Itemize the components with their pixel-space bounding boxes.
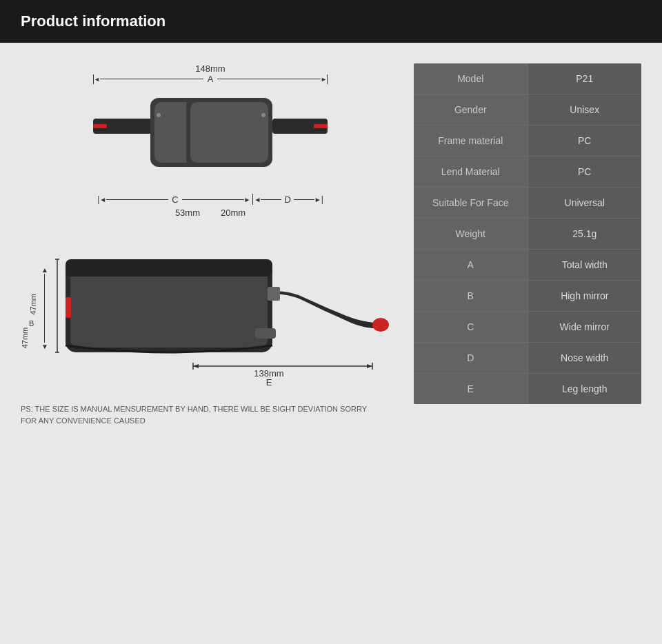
d-line: [261, 199, 281, 200]
d-line2: [294, 199, 314, 200]
glasses-side-view: 138mm E: [55, 239, 400, 390]
glasses-side-svg: 138mm E: [55, 239, 393, 387]
left-panel: 148mm ◄ A ►: [21, 57, 400, 628]
spec-value-3: PC: [528, 157, 642, 187]
spec-row-10: E Leg length: [414, 374, 641, 404]
svg-marker-28: [367, 364, 372, 368]
spec-label-8: C: [414, 312, 528, 342]
svg-text:E: E: [266, 377, 272, 387]
page-title: Product information: [21, 12, 166, 30]
svg-rect-8: [314, 124, 328, 128]
spec-value-9: Nose width: [528, 343, 642, 373]
arrow-line: [100, 79, 203, 79]
spec-value-6: Total width: [528, 250, 642, 280]
c-line: [106, 199, 168, 200]
label-c: C: [168, 194, 181, 205]
spec-row-5: Weight 25.1g: [414, 219, 641, 250]
b-arrow: ▲ ▼ 47mm: [41, 266, 48, 352]
arrow-line-right: [217, 79, 321, 79]
spec-row-3: Lend Material PC: [414, 157, 641, 188]
spec-label-7: B: [414, 281, 528, 311]
c-line2: [182, 199, 244, 200]
tick-right: [327, 74, 328, 84]
cd-arrows: | ◄ C ► ◄ D ► |: [21, 194, 400, 205]
svg-marker-27: [193, 364, 199, 368]
dim-148mm-label: 148mm: [195, 63, 225, 74]
arrow-d-right: |: [321, 194, 323, 204]
label-a: A: [203, 74, 218, 84]
spec-label-6: A: [414, 250, 528, 280]
ps-note-text: PS: THE SIZE IS MANUAL MENSUREMENT BY HA…: [21, 405, 367, 425]
spec-row-6: A Total width: [414, 250, 641, 281]
spec-row-4: Suitable For Face Universal: [414, 188, 641, 219]
svg-rect-3: [93, 124, 107, 128]
dim-47mm-text: 47mm: [29, 294, 37, 315]
main-content: 148mm ◄ A ►: [0, 43, 662, 642]
spec-row-7: B High mirror: [414, 281, 641, 312]
svg-rect-6: [190, 102, 268, 163]
svg-point-14: [372, 318, 389, 332]
spec-value-7: High mirror: [528, 281, 642, 311]
label-d: D: [281, 194, 293, 205]
spec-label-9: D: [414, 343, 528, 373]
bottom-glasses-wrap: ▲ ▼ 47mm 47mm B: [21, 239, 400, 390]
spec-value-4: Universal: [528, 188, 642, 218]
height-label-wrap: 47mm B: [29, 294, 37, 328]
dim-47mm: 47mm: [21, 328, 48, 349]
arrow-a-row: ◄ A ►: [93, 74, 328, 84]
spec-value-1: Unisex: [528, 94, 642, 125]
spec-value-0: P21: [528, 63, 642, 94]
spec-row-8: C Wide mirror: [414, 312, 641, 343]
svg-rect-17: [66, 297, 71, 318]
spec-label-0: Model: [414, 63, 528, 94]
info-table: Model P21 Gender Unisex Frame material P…: [414, 63, 641, 404]
svg-rect-12: [70, 264, 268, 348]
glasses-top-view: [90, 84, 331, 191]
spec-label-10: E: [414, 374, 528, 404]
spec-row-0: Model P21: [414, 63, 641, 94]
spec-value-8: Wide mirror: [528, 312, 642, 342]
dim-20mm: 20mm: [221, 208, 245, 218]
spec-value-2: PC: [528, 125, 642, 156]
ps-note: PS: THE SIZE IS MANUAL MENSUREMENT BY HA…: [21, 403, 379, 426]
svg-point-10: [261, 113, 265, 117]
svg-rect-16: [268, 287, 280, 301]
spec-label-1: Gender: [414, 94, 528, 125]
svg-rect-18: [255, 328, 276, 339]
spec-row-9: D Nose width: [414, 343, 641, 374]
bottom-diagram: ▲ ▼ 47mm 47mm B: [21, 239, 400, 426]
spec-label-5: Weight: [414, 219, 528, 249]
spec-value-10: Leg length: [528, 374, 642, 404]
svg-rect-13: [66, 259, 272, 276]
page-header: Product information: [0, 0, 662, 43]
top-diagram: 148mm ◄ A ►: [21, 63, 400, 218]
dim-53mm: 53mm: [175, 208, 200, 218]
spec-label-4: Suitable For Face: [414, 188, 528, 218]
svg-point-9: [157, 113, 161, 117]
cd-separator: [252, 194, 253, 205]
label-b-side: B: [29, 319, 37, 328]
spec-row-2: Frame material PC: [414, 125, 641, 157]
spec-label-3: Lend Material: [414, 157, 528, 187]
spec-row-1: Gender Unisex: [414, 94, 641, 125]
spec-value-5: 25.1g: [528, 219, 642, 249]
cd-dim-values: 53mm 20mm: [21, 208, 400, 218]
glasses-top-svg: [90, 84, 331, 191]
spec-label-2: Frame material: [414, 125, 528, 156]
